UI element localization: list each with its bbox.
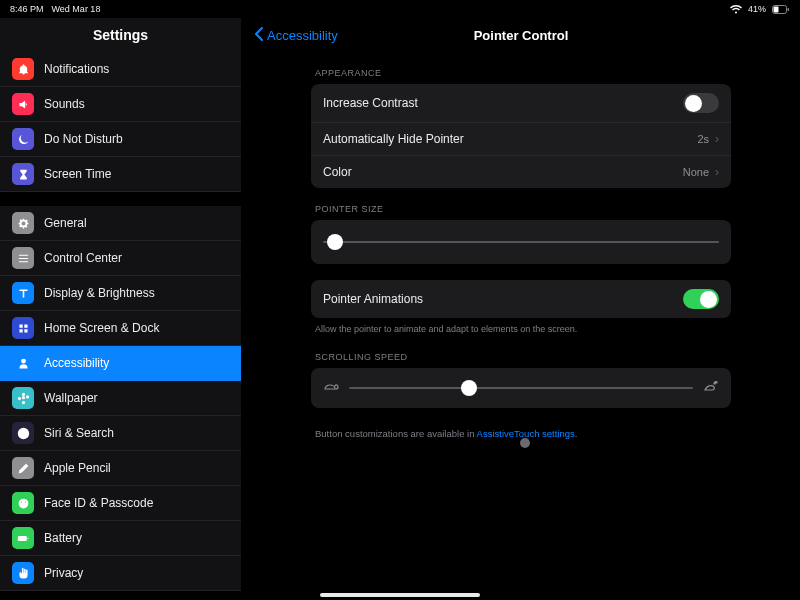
- moon-icon: [12, 128, 34, 150]
- tortoise-icon: [323, 380, 339, 395]
- pencil-icon: [12, 457, 34, 479]
- scrolling-speed-slider[interactable]: [349, 378, 693, 398]
- sidebar-item-face-id-passcode[interactable]: Face ID & Passcode: [0, 486, 241, 521]
- battery-icon: [772, 5, 790, 14]
- sidebar-item-label: Screen Time: [44, 167, 111, 181]
- color-value: None: [683, 166, 709, 178]
- siri-icon: [12, 422, 34, 444]
- row-auto-hide-pointer[interactable]: Automatically Hide Pointer 2s›: [311, 123, 731, 156]
- wifi-icon: [730, 5, 742, 14]
- sidebar-item-label: Privacy: [44, 566, 83, 580]
- sidebar-item-control-center[interactable]: Control Center: [0, 241, 241, 276]
- hare-icon: [703, 380, 719, 395]
- section-header-scrolling-speed: SCROLLING SPEED: [315, 352, 727, 362]
- sidebar-item-screen-time[interactable]: Screen Time: [0, 157, 241, 192]
- sidebar-item-display-brightness[interactable]: Display & Brightness: [0, 276, 241, 311]
- flower-icon: [12, 387, 34, 409]
- sliders-icon: [12, 247, 34, 269]
- auto-hide-label: Automatically Hide Pointer: [323, 132, 464, 146]
- text-icon: [12, 282, 34, 304]
- back-button[interactable]: Accessibility: [254, 27, 338, 44]
- sidebar-item-siri-search[interactable]: Siri & Search: [0, 416, 241, 451]
- row-pointer-animations[interactable]: Pointer Animations: [311, 280, 731, 318]
- scrolling-speed-row[interactable]: [311, 368, 731, 408]
- sidebar-item-label: Siri & Search: [44, 426, 114, 440]
- sidebar-item-label: Home Screen & Dock: [44, 321, 159, 335]
- home-indicator[interactable]: [320, 593, 480, 597]
- increase-contrast-toggle[interactable]: [683, 93, 719, 113]
- assistivetouch-hint: Button customizations are available in A…: [315, 428, 727, 439]
- section-header-pointer-size: POINTER SIZE: [315, 204, 727, 214]
- battery-icon: [12, 527, 34, 549]
- back-label: Accessibility: [267, 28, 338, 43]
- sidebar-item-label: Display & Brightness: [44, 286, 155, 300]
- status-time: 8:46 PM: [10, 4, 44, 14]
- increase-contrast-label: Increase Contrast: [323, 96, 418, 110]
- face-icon: [12, 492, 34, 514]
- auto-hide-value: 2s: [697, 133, 709, 145]
- pointer-size-slider-row[interactable]: [311, 220, 731, 264]
- person-icon: [12, 352, 34, 374]
- sidebar-item-label: Control Center: [44, 251, 122, 265]
- sidebar-item-general[interactable]: General: [0, 206, 241, 241]
- sidebar-item-do-not-disturb[interactable]: Do Not Disturb: [0, 122, 241, 157]
- sidebar-item-label: Battery: [44, 531, 82, 545]
- status-bar: 8:46 PM Wed Mar 18 41%: [0, 0, 800, 18]
- hourglass-icon: [12, 163, 34, 185]
- chevron-right-icon: ›: [715, 132, 719, 146]
- cursor-indicator: [520, 438, 530, 448]
- pointer-size-slider[interactable]: [323, 232, 719, 252]
- pointer-animations-footnote: Allow the pointer to animate and adapt t…: [315, 324, 727, 336]
- sidebar-item-sounds[interactable]: Sounds: [0, 87, 241, 122]
- sidebar-item-apple-pencil[interactable]: Apple Pencil: [0, 451, 241, 486]
- detail-pane: Accessibility Pointer Control APPEARANCE…: [242, 18, 800, 600]
- sidebar-item-label: Do Not Disturb: [44, 132, 123, 146]
- chevron-left-icon: [254, 27, 263, 44]
- sidebar-item-privacy[interactable]: Privacy: [0, 556, 241, 591]
- sidebar-item-accessibility[interactable]: Accessibility: [0, 346, 241, 381]
- status-date: Wed Mar 18: [52, 4, 101, 14]
- sidebar-item-label: Face ID & Passcode: [44, 496, 153, 510]
- row-color[interactable]: Color None›: [311, 156, 731, 188]
- color-label: Color: [323, 165, 352, 179]
- sidebar-item-label: General: [44, 216, 87, 230]
- status-battery-pct: 41%: [748, 4, 766, 14]
- sidebar-item-battery[interactable]: Battery: [0, 521, 241, 556]
- bell-icon: [12, 58, 34, 80]
- svg-rect-2: [788, 8, 790, 11]
- sidebar-item-wallpaper[interactable]: Wallpaper: [0, 381, 241, 416]
- sidebar-item-label: Accessibility: [44, 356, 109, 370]
- sidebar-title: Settings: [0, 18, 241, 52]
- chevron-right-icon: ›: [715, 165, 719, 179]
- sidebar-item-label: Sounds: [44, 97, 85, 111]
- sidebar-item-home-screen-dock[interactable]: Home Screen & Dock: [0, 311, 241, 346]
- pointer-animations-toggle[interactable]: [683, 289, 719, 309]
- gear-icon: [12, 212, 34, 234]
- grid-icon: [12, 317, 34, 339]
- sidebar-item-label: Wallpaper: [44, 391, 98, 405]
- svg-rect-1: [774, 6, 779, 12]
- settings-sidebar: Settings NotificationsSoundsDo Not Distu…: [0, 18, 242, 600]
- section-header-appearance: APPEARANCE: [315, 68, 727, 78]
- row-increase-contrast[interactable]: Increase Contrast: [311, 84, 731, 123]
- hand-icon: [12, 562, 34, 584]
- sidebar-item-label: Notifications: [44, 62, 109, 76]
- pointer-animations-label: Pointer Animations: [323, 292, 423, 306]
- speaker-icon: [12, 93, 34, 115]
- sidebar-item-notifications[interactable]: Notifications: [0, 52, 241, 87]
- sidebar-item-label: Apple Pencil: [44, 461, 111, 475]
- assistivetouch-link[interactable]: AssistiveTouch settings: [477, 428, 575, 439]
